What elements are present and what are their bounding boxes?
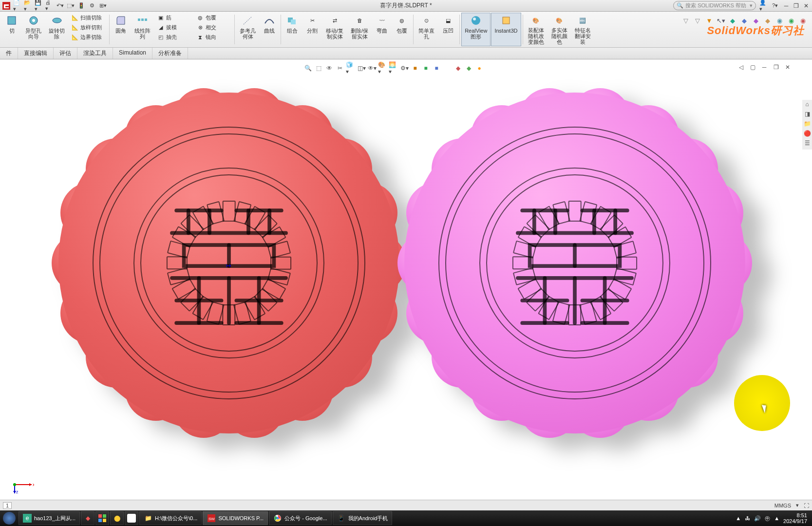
filter-icon[interactable]: ▽ [681, 17, 690, 26]
extra3-icon[interactable]: ● [474, 63, 484, 73]
delete-keep-button[interactable]: 🗑删除/保 留实体 [347, 13, 372, 46]
tray-alert-icon[interactable]: ▲ [774, 515, 779, 521]
ref-geometry-button[interactable]: 参考几 何体 [236, 13, 259, 46]
cube3-icon[interactable]: ■ [432, 63, 441, 73]
prev-view-icon[interactable]: 👁 [324, 63, 334, 73]
status-dropdown-icon[interactable]: ▾ [796, 502, 799, 508]
help-icon[interactable]: ?▾ [771, 1, 779, 10]
graphics-viewport[interactable]: ↣ [0, 73, 802, 497]
wrap-button[interactable]: ◍包覆 [194, 13, 233, 22]
task-app4[interactable] [125, 511, 138, 525]
extra2-icon[interactable]: ◆ [464, 63, 473, 73]
cut-button[interactable]: 切 [2, 13, 21, 46]
revolved-cut-button[interactable]: 旋转切 除 [45, 13, 68, 46]
settings-icon[interactable]: ⊞▾ [98, 1, 107, 10]
display-style-icon[interactable]: ◫▾ [357, 63, 366, 73]
tab-parts[interactable]: 件 [0, 48, 18, 59]
close-button[interactable]: ✕ [802, 2, 810, 10]
undo-icon[interactable]: ↶▾ [56, 1, 64, 10]
taskpane-library-icon[interactable]: 📁 [803, 120, 812, 129]
mooncake-pink[interactable] [404, 93, 745, 433]
flex-button[interactable]: 〰弯曲 [372, 13, 392, 46]
cube1-icon[interactable]: ■ [410, 63, 420, 73]
tray-up-icon[interactable]: ▲ [736, 515, 741, 521]
help-search-input[interactable]: 🔍搜索 SOLIDWORKS 帮助▾ [673, 1, 756, 10]
tab-evaluate[interactable]: 评估 [54, 48, 77, 59]
taskpane-resources-icon[interactable]: ◨ [803, 111, 812, 119]
task-chrome[interactable]: 公众号 - Google... [269, 511, 331, 525]
tray-sound-icon[interactable]: 🔊 [754, 515, 761, 522]
taskpane-properties-icon[interactable]: ☰ [803, 140, 812, 149]
task-solidworks[interactable]: SWSOLIDWORKS P... [203, 511, 268, 525]
tray-net-icon[interactable]: 🖧 [745, 515, 750, 521]
mooncake-red[interactable]: ↣ [58, 93, 399, 433]
task-hao123[interactable]: ehao123_上网从... [19, 511, 80, 525]
vp-right-icon[interactable]: ▢ [748, 62, 757, 72]
intersect-button[interactable]: ⊗相交 [194, 22, 233, 32]
split-button[interactable]: ✂分割 [302, 13, 322, 46]
rib-button[interactable]: ▣筋 [154, 13, 193, 22]
options-icon[interactable]: ⚙ [88, 1, 96, 10]
open-icon[interactable]: 📂▾ [23, 1, 32, 10]
view-orient-icon[interactable]: 🧊▾ [346, 63, 356, 73]
instant3d-button[interactable]: Instant3D [491, 13, 521, 46]
vp-left-icon[interactable]: ◁ [736, 62, 746, 72]
print-icon[interactable]: 🖨▾ [45, 1, 54, 10]
zoom-area-icon[interactable]: ⬚ [314, 63, 323, 73]
tab-analysis-prep[interactable]: 分析准备 [152, 48, 188, 59]
swept-cut-button[interactable]: 📐扫描切除 [69, 13, 108, 22]
shell-button[interactable]: ◰抽壳 [154, 32, 193, 42]
taskpane-home-icon[interactable]: ⌂ [803, 101, 812, 110]
status-maximize-icon[interactable]: ⛶ [804, 503, 809, 508]
tab-simulation[interactable]: Simulation [113, 48, 152, 59]
sw-logo-icon[interactable] [2, 1, 11, 10]
move-copy-button[interactable]: ⇄移动/复 制实体 [322, 13, 347, 46]
tray-clock[interactable]: 8:512024/9/17 [783, 512, 807, 524]
vp-min-icon[interactable]: ─ [759, 62, 769, 72]
combine-button[interactable]: 组合 [283, 13, 302, 46]
view-settings-icon[interactable]: ⚙▾ [399, 63, 409, 73]
tray-ime-icon[interactable]: ㊥ [765, 515, 770, 522]
select-icon[interactable]: ⬚▾ [66, 1, 75, 10]
feature-translate-button[interactable]: 🔤特征名 翻译安 装 [571, 13, 594, 46]
boundary-cut-button[interactable]: 📐边界切除 [69, 32, 108, 42]
indent-button[interactable]: ⬓压凹 [438, 13, 458, 46]
draft-button[interactable]: ◢拔模 [154, 22, 193, 32]
task-app2[interactable] [95, 511, 109, 525]
start-button[interactable] [3, 512, 16, 525]
scene-icon[interactable]: 🌅▾ [389, 63, 398, 73]
user-icon[interactable]: 👤▾ [759, 1, 768, 10]
assembly-color-button[interactable]: 🎨装配体 随机改 变颜色 [525, 13, 548, 46]
axis-triad[interactable]: x z [10, 470, 34, 494]
tab-direct-edit[interactable]: 直接编辑 [18, 48, 54, 59]
minimize-button[interactable]: ─ [782, 2, 790, 10]
cube2-icon[interactable]: ■ [421, 63, 431, 73]
vp-close-icon[interactable]: ✕ [783, 62, 793, 72]
hide-show-icon[interactable]: 👁▾ [367, 63, 377, 73]
mirror-button[interactable]: ⧗镜向 [194, 32, 233, 42]
extra1-icon[interactable]: ◆ [453, 63, 463, 73]
task-android[interactable]: 📱我的Android手机 [333, 511, 393, 525]
sheet-tab[interactable]: 1 [3, 502, 12, 509]
wrap2-button[interactable]: ◍包覆 [392, 13, 412, 46]
fillet-button[interactable]: 圆角 [111, 13, 131, 46]
simple-hole-button[interactable]: ⊙简单直 孔 [415, 13, 438, 46]
section-view-icon[interactable]: ✂ [335, 63, 345, 73]
units-label[interactable]: MMGS [774, 503, 791, 508]
curves-button[interactable]: 曲线 [260, 13, 279, 46]
zoom-fit-icon[interactable]: 🔍 [303, 63, 313, 73]
hole-wizard-button[interactable]: 异型孔 向导 [22, 13, 45, 46]
task-app1[interactable]: ◆ [81, 511, 94, 525]
rebuild-icon[interactable]: 🚦 [77, 1, 86, 10]
filter2-icon[interactable]: ▽ [693, 17, 702, 26]
realview-button[interactable]: RealView 图形 [461, 13, 491, 46]
vp-max-icon[interactable]: ❐ [771, 62, 781, 72]
task-app3[interactable]: ⬤ [110, 511, 124, 525]
appearance-icon[interactable]: 🎨▾ [378, 63, 388, 73]
restore-button[interactable]: ❐ [793, 2, 800, 10]
taskpane-appearance-icon[interactable]: 🔴 [803, 130, 812, 139]
linear-pattern-button[interactable]: 线性阵 列 [131, 13, 154, 46]
new-icon[interactable]: 📄▾ [13, 1, 21, 10]
tab-render-tools[interactable]: 渲染工具 [77, 48, 113, 59]
task-folder[interactable]: 📁H:\微信公众号\0... [139, 511, 202, 525]
